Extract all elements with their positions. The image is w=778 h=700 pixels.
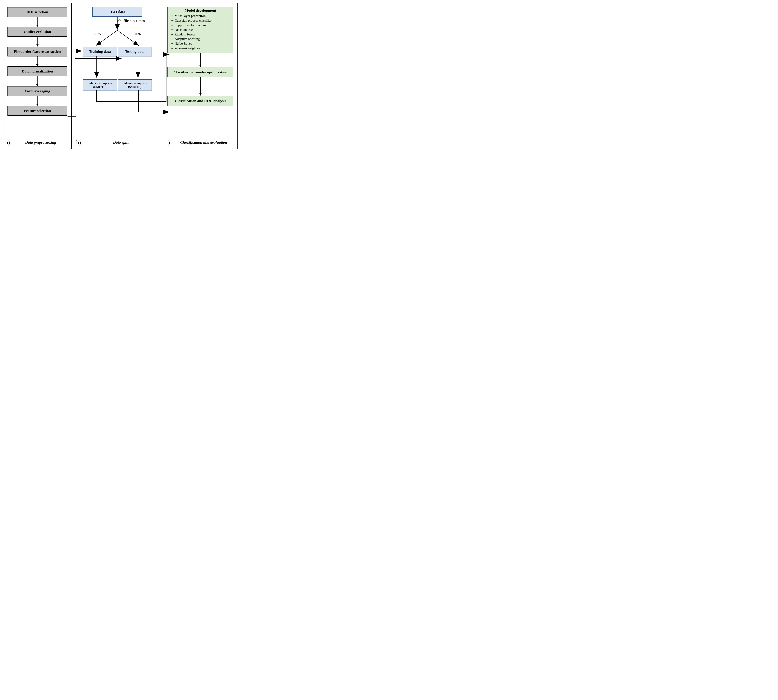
step-voxel-averaging: Voxel averaging [7,86,67,96]
step-normalization: Data normalization [7,67,67,76]
svg-marker-3 [36,45,38,47]
arrow-down-icon [199,77,202,96]
step-feature-selection: Feature selection [7,106,67,116]
arrow-down-icon [35,96,39,106]
arrow-down-icon [35,37,39,47]
shuffle-label: Shuffle 500 times [117,19,145,23]
model-dev-title: Model development [170,8,230,13]
model-list-item: Random forest [175,32,230,37]
svg-marker-5 [36,64,38,67]
model-list-item: Multi-layer perceptron [175,13,230,18]
panel-a: ROI selection Outlier exclusion First or… [3,3,72,149]
panel-a-letter: a) [6,139,10,146]
box-classifier-optimization: Classifier parameter optimization [167,67,234,77]
arrow-down-icon [35,57,39,67]
panel-c-letter: c) [165,139,170,146]
box-training-data: Training data [83,47,117,57]
panel-b-footer: b) Data split [74,136,160,149]
panel-b-letter: b) [76,139,81,146]
split-80-label: 80% [93,32,101,36]
model-list-item: Support vector machine [175,23,230,27]
model-list-item: k-nearest neighbor [175,46,230,50]
model-list-item: Naïve Bayes [175,41,230,46]
panel-b-label: Data split [82,140,159,145]
panel-c-label: Classification and evaluation [171,140,236,145]
panel-b-arrows [78,6,157,133]
arrow-down-icon [199,53,202,67]
model-list-item: Decision tree [175,27,230,32]
step-feature-extraction: First order feature extraction [7,47,67,57]
svg-marker-19 [199,93,202,96]
svg-marker-1 [36,25,38,27]
arrow-down-icon [35,76,39,86]
panel-a-body: ROI selection Outlier exclusion First or… [3,3,71,136]
panel-b-body: DWI data Shuffle 500 times 80% 20% Train… [74,3,160,136]
panel-c-body: Model development Multi-layer perceptron… [164,3,237,136]
panel-c: Model development Multi-layer perceptron… [163,3,238,149]
box-model-development: Model development Multi-layer perceptron… [167,7,234,53]
panel-b: DWI data Shuffle 500 times 80% 20% Train… [74,3,161,149]
model-list: Multi-layer perceptron Gaussian process … [170,13,230,50]
panel-a-footer: a) Data preprocessing [3,136,71,149]
box-roc-analysis: Classification and ROC analysis [167,96,234,106]
svg-marker-7 [36,84,38,86]
box-testing-data: Testing data [118,47,152,57]
split-20-label: 20% [134,32,141,36]
svg-marker-17 [199,65,202,67]
arrow-down-icon [35,17,39,27]
workflow-diagram: ROI selection Outlier exclusion First or… [3,3,240,149]
step-roi-selection: ROI selection [7,7,67,17]
box-dwi-data: DWI data [92,7,142,17]
panel-c-footer: c) Classification and evaluation [164,136,237,149]
box-test-smote: Balance group size (SMOTE) [118,79,152,91]
svg-marker-9 [36,104,38,106]
panel-a-label: Data preprocessing [11,140,70,145]
box-train-smote: Balance group size (SMOTE) [83,79,117,91]
preprocessing-steps: ROI selection Outlier exclusion First or… [7,6,67,134]
step-outlier-exclusion: Outlier exclusion [7,27,67,37]
model-list-item: Adaptive boosting [175,37,230,41]
model-list-item: Gaussian process classifier [175,18,230,23]
